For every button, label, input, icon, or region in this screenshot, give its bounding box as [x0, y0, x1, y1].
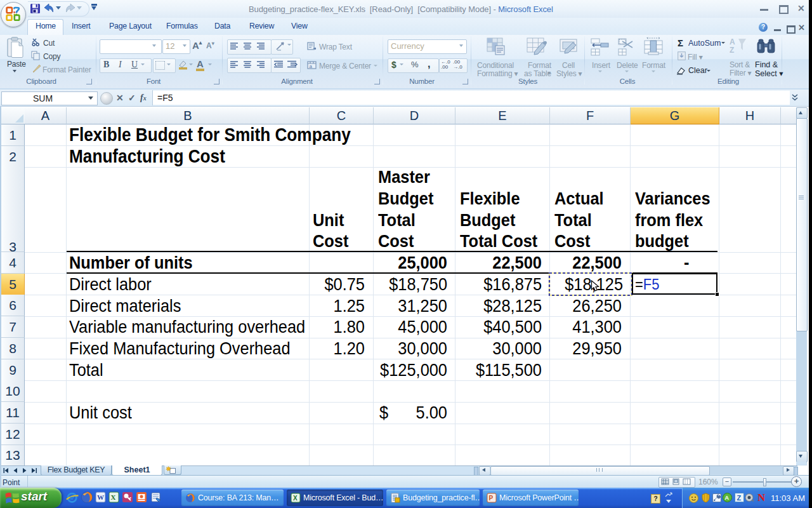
svg-text:X: X	[293, 495, 298, 502]
svg-text:Z: Z	[730, 46, 734, 55]
svg-text:a: a	[310, 64, 313, 69]
svg-text:A: A	[725, 495, 730, 501]
svg-text:W: W	[97, 493, 104, 501]
svg-text:X: X	[111, 493, 116, 501]
svg-text:A: A	[730, 37, 735, 46]
svg-text:Z: Z	[737, 494, 742, 502]
svg-text:P: P	[489, 495, 494, 502]
